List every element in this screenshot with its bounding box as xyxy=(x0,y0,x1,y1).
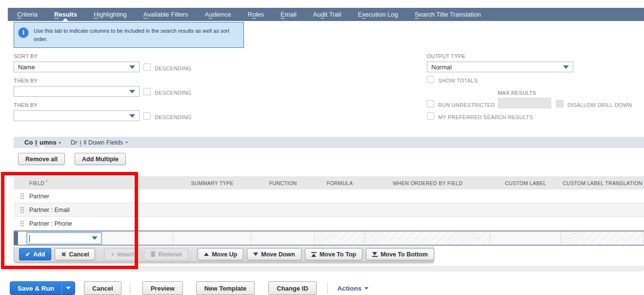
main-tab-bar: CriteriaResultsHighlightingAvailable Fil… xyxy=(8,8,644,21)
tab-execution-log[interactable]: Execution Log xyxy=(349,8,406,21)
toolbar-divider xyxy=(100,249,101,260)
new-template-button[interactable]: New Template xyxy=(196,281,255,295)
descending-checkbox-1[interactable] xyxy=(143,63,151,71)
table-row-partner-email[interactable]: Partner : Email xyxy=(14,203,644,217)
move-to-top-button-label: Move To Top xyxy=(320,251,356,258)
max-results-label: MAX RESULTS xyxy=(498,90,536,96)
move-down-button[interactable]: Move Down xyxy=(247,248,301,260)
remove-button: Remove xyxy=(144,248,189,260)
tab-search-title-translation[interactable]: Search Title Translation xyxy=(406,8,489,21)
tab-criteria[interactable]: Criteria xyxy=(9,8,46,21)
footer-button-bar: Save & Run Cancel Preview New Template C… xyxy=(10,281,368,295)
save-and-run-button[interactable]: Save & Run xyxy=(10,282,61,295)
text-cursor xyxy=(29,235,30,242)
insert-button-label: Insert xyxy=(117,251,134,258)
output-type-dropdown[interactable]: Normal xyxy=(427,62,573,72)
column-header-custom-label: CUSTOM LABEL xyxy=(490,176,561,190)
tab-audience[interactable]: Audience xyxy=(197,8,240,21)
sort-by-dropdown[interactable]: Name xyxy=(14,62,140,72)
move-to-top-button[interactable]: Move To Top xyxy=(305,248,362,260)
row-selector-bar[interactable] xyxy=(14,232,19,245)
tab-available-filters[interactable]: Available Filters xyxy=(135,8,197,21)
add-multiple-button[interactable]: Add Multiple xyxy=(75,153,126,165)
field-cell[interactable]: Partner : Phone xyxy=(14,217,173,230)
subtab-columns[interactable]: Columns• xyxy=(20,137,66,148)
disallow-drill-down-checkbox xyxy=(556,100,564,107)
subtab-bullet-icon: • xyxy=(59,139,61,146)
edit-custom-label-cell[interactable] xyxy=(490,232,561,245)
sublist-toolbar: ✔ Add ✖ Cancel + Insert Remove Move Up xyxy=(14,247,433,262)
edit-summary-type-cell[interactable] xyxy=(173,232,251,245)
empty-cell xyxy=(251,203,315,216)
cancel-button[interactable]: Cancel xyxy=(84,281,121,295)
preview-button[interactable]: Preview xyxy=(142,281,183,295)
tab-audit-trail[interactable]: Audit Trail xyxy=(305,8,350,21)
add-button-label: Add xyxy=(33,251,45,258)
descending-checkbox-3[interactable] xyxy=(143,112,151,120)
descending-checkbox-2[interactable] xyxy=(143,88,151,95)
add-button[interactable]: ✔ Add xyxy=(19,248,51,260)
column-header-field: FIELD* xyxy=(14,176,173,190)
empty-cell xyxy=(315,203,365,216)
descending-label-1: DESCENDING xyxy=(155,65,191,71)
arrow-up-icon xyxy=(204,253,209,256)
show-totals-checkbox[interactable] xyxy=(427,76,434,83)
sort-by-value: Name xyxy=(18,63,35,71)
actions-menu-label: Actions xyxy=(338,285,362,292)
move-up-button-label: Move Up xyxy=(212,251,237,258)
empty-cell xyxy=(365,190,490,203)
info-message-text: Use this tab to indicate columns to be i… xyxy=(34,26,238,43)
run-unrestricted-checkbox[interactable] xyxy=(427,100,434,107)
panel-bottom-edge xyxy=(8,266,644,272)
empty-cell xyxy=(561,203,644,216)
then-by-dropdown-2[interactable] xyxy=(14,110,140,121)
edit-function-cell[interactable] xyxy=(251,232,315,245)
move-to-bottom-button[interactable]: Move To Bottom xyxy=(366,248,434,260)
column-header-function: FUNCTION xyxy=(251,176,315,190)
cancel-edit-button-label: Cancel xyxy=(69,251,89,258)
tab-roles[interactable]: Roles xyxy=(240,8,272,21)
edit-formula-cell xyxy=(315,232,365,245)
drag-handle-icon[interactable] xyxy=(20,192,24,200)
table-header-row: FIELD*SUMMARY TYPEFUNCTIONFORMULAWHEN OR… xyxy=(14,176,644,190)
tab-results[interactable]: Results xyxy=(46,8,85,21)
list-action-buttons: Remove all Add Multiple xyxy=(18,153,126,165)
field-value: Partner : Email xyxy=(29,207,70,213)
arrow-to-bottom-icon xyxy=(372,252,378,257)
active-subtab-pointer xyxy=(40,145,45,148)
required-asterisk: * xyxy=(45,179,48,186)
field-combo-input[interactable] xyxy=(27,232,101,244)
empty-cell xyxy=(365,217,490,230)
field-cell[interactable]: Partner xyxy=(14,190,173,203)
field-cell[interactable]: Partner : Email xyxy=(14,203,173,216)
empty-cell xyxy=(490,217,561,230)
change-id-button[interactable]: Change ID xyxy=(268,281,316,295)
then-by-dropdown-1[interactable] xyxy=(14,86,140,97)
empty-cell xyxy=(561,190,644,203)
drag-handle-icon[interactable] xyxy=(20,220,24,227)
actions-menu[interactable]: Actions xyxy=(338,285,369,292)
empty-cell xyxy=(173,203,251,216)
table-row-partner-phone[interactable]: Partner : Phone xyxy=(14,217,644,231)
output-type-label: OUTPUT TYPE xyxy=(427,53,465,59)
remove-all-button[interactable]: Remove all xyxy=(18,153,65,165)
edit-field-cell xyxy=(14,232,173,245)
field-value: Partner : Phone xyxy=(29,220,72,227)
empty-cell xyxy=(365,203,490,216)
sublist-tab-bar: Columns•Drill Down Fields• xyxy=(14,137,644,148)
subtab-bullet-icon: • xyxy=(125,139,127,146)
check-icon: ✔ xyxy=(25,252,30,257)
tab-highlighting[interactable]: Highlighting xyxy=(85,8,135,21)
cancel-edit-button[interactable]: ✖ Cancel xyxy=(55,248,95,260)
subtab-drill-down-fields[interactable]: Drill Down Fields• xyxy=(66,137,133,148)
tab-email[interactable]: Email xyxy=(272,8,305,21)
move-up-button[interactable]: Move Up xyxy=(198,248,243,260)
then-by-label-1: THEN BY xyxy=(14,78,38,84)
table-row-partner[interactable]: Partner xyxy=(14,190,644,203)
column-header-when-ordered-by-field: WHEN ORDERED BY FIELD xyxy=(365,176,490,190)
save-and-run-split-button[interactable]: Save & Run xyxy=(10,281,75,295)
drag-handle-icon[interactable] xyxy=(20,206,24,213)
dropdown-arrow-icon xyxy=(563,65,569,69)
save-options-arrow-button[interactable] xyxy=(61,282,75,295)
my-preferred-checkbox[interactable] xyxy=(427,112,434,120)
